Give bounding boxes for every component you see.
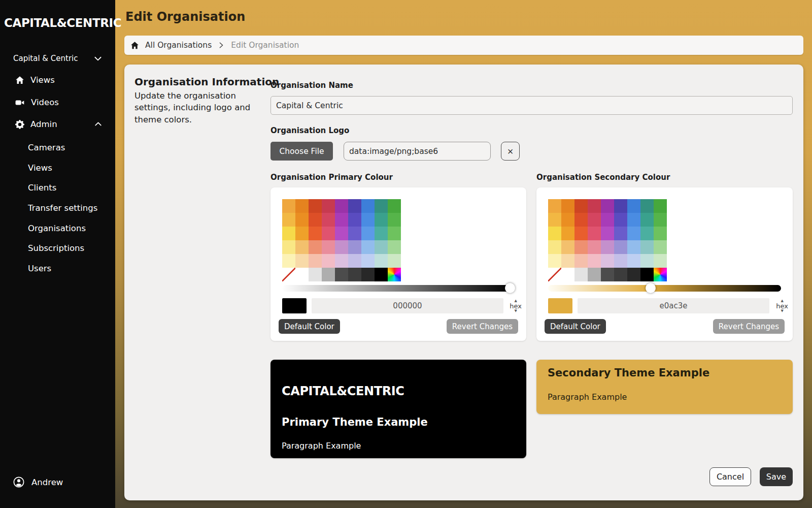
palette-swatch[interactable]	[627, 254, 640, 268]
palette-swatch[interactable]	[309, 213, 322, 227]
palette-swatch[interactable]	[322, 254, 335, 268]
palette-swatch[interactable]	[601, 199, 614, 213]
palette-swatch[interactable]	[335, 254, 348, 268]
palette-swatch[interactable]	[335, 227, 348, 240]
save-button[interactable]: Save	[760, 467, 793, 486]
secondary-hex-input[interactable]	[578, 298, 769, 313]
palette-swatch[interactable]	[335, 240, 348, 254]
palette-swatch[interactable]	[654, 240, 667, 254]
palette-swatch[interactable]	[640, 199, 654, 213]
palette-swatch[interactable]	[640, 254, 654, 268]
secondary-lightness-slider[interactable]	[548, 285, 781, 292]
palette-swatch[interactable]	[348, 254, 361, 268]
palette-swatch[interactable]	[614, 240, 627, 254]
palette-swatch[interactable]	[388, 199, 401, 213]
palette-swatch[interactable]	[309, 240, 322, 254]
sidebar-subitem-clients[interactable]: Clients	[28, 178, 109, 198]
palette-swatch[interactable]	[548, 213, 561, 227]
palette-swatch[interactable]	[574, 199, 588, 213]
palette-swatch[interactable]	[375, 227, 388, 240]
palette-swatch[interactable]	[348, 227, 361, 240]
palette-swatch[interactable]	[361, 213, 375, 227]
secondary-hex-unit-spinner[interactable]: ▲ hex ▼	[776, 298, 788, 313]
breadcrumb-all-organisations[interactable]: All Organisations	[145, 41, 212, 50]
sidebar-subitem-organisations[interactable]: Organisations	[28, 218, 109, 238]
palette-swatch[interactable]	[361, 268, 375, 281]
sidebar-item-views[interactable]: Views	[15, 75, 103, 85]
palette-swatch[interactable]	[601, 227, 614, 240]
palette-swatch[interactable]	[322, 213, 335, 227]
palette-swatch[interactable]	[561, 240, 574, 254]
palette-swatch[interactable]	[574, 254, 588, 268]
palette-swatch[interactable]	[348, 213, 361, 227]
palette-swatch[interactable]	[588, 240, 601, 254]
palette-swatch[interactable]	[375, 268, 388, 281]
palette-swatch[interactable]	[388, 254, 401, 268]
palette-swatch[interactable]	[574, 240, 588, 254]
palette-swatch[interactable]	[282, 254, 295, 268]
palette-swatch[interactable]	[282, 213, 295, 227]
palette-swatch[interactable]	[309, 254, 322, 268]
palette-swatch[interactable]	[588, 227, 601, 240]
palette-swatch[interactable]	[627, 227, 640, 240]
palette-swatch[interactable]	[654, 227, 667, 240]
palette-swatch[interactable]	[361, 199, 375, 213]
palette-swatch[interactable]	[548, 227, 561, 240]
palette-swatch[interactable]	[640, 240, 654, 254]
palette-swatch[interactable]	[388, 227, 401, 240]
palette-swatch[interactable]	[614, 213, 627, 227]
palette-swatch[interactable]	[348, 199, 361, 213]
transparent-swatch[interactable]	[282, 268, 295, 281]
palette-swatch[interactable]	[322, 268, 335, 281]
organisation-name-input[interactable]	[270, 96, 793, 115]
palette-swatch[interactable]	[295, 268, 309, 281]
palette-swatch[interactable]	[282, 199, 295, 213]
spinner-down-icon[interactable]: ▼	[781, 309, 783, 313]
palette-swatch[interactable]	[640, 227, 654, 240]
palette-swatch[interactable]	[614, 254, 627, 268]
organisation-selector[interactable]: Capital & Centric	[13, 54, 103, 63]
palette-swatch[interactable]	[561, 199, 574, 213]
palette-swatch[interactable]	[282, 240, 295, 254]
primary-hex-input[interactable]	[312, 298, 503, 313]
palette-swatch[interactable]	[548, 254, 561, 268]
palette-swatch[interactable]	[295, 199, 309, 213]
palette-swatch[interactable]	[640, 213, 654, 227]
sidebar-subitem-subscriptions[interactable]: Subscriptions	[28, 238, 109, 259]
palette-swatch[interactable]	[348, 268, 361, 281]
palette-swatch[interactable]	[322, 227, 335, 240]
logo-file-value-input[interactable]	[344, 142, 491, 161]
palette-swatch[interactable]	[601, 240, 614, 254]
palette-swatch[interactable]	[375, 213, 388, 227]
palette-swatch[interactable]	[574, 268, 588, 281]
palette-swatch[interactable]	[654, 254, 667, 268]
palette-swatch[interactable]	[375, 240, 388, 254]
primary-lightness-slider[interactable]	[282, 285, 515, 292]
palette-swatch[interactable]	[322, 240, 335, 254]
palette-swatch[interactable]	[375, 254, 388, 268]
user-menu[interactable]: Andrew	[13, 477, 63, 488]
palette-swatch[interactable]	[614, 268, 627, 281]
secondary-slider-knob[interactable]	[646, 283, 656, 293]
sidebar-subitem-users[interactable]: Users	[28, 259, 109, 279]
primary-slider-knob[interactable]	[505, 283, 515, 293]
palette-swatch[interactable]	[614, 227, 627, 240]
palette-swatch[interactable]	[295, 227, 309, 240]
palette-swatch[interactable]	[309, 227, 322, 240]
primary-revert-changes-button[interactable]: Revert Changes	[447, 319, 518, 334]
palette-swatch[interactable]	[588, 199, 601, 213]
secondary-default-color-button[interactable]: Default Color	[545, 319, 606, 334]
palette-swatch[interactable]	[627, 240, 640, 254]
palette-swatch[interactable]	[335, 268, 348, 281]
palette-swatch[interactable]	[361, 240, 375, 254]
palette-swatch[interactable]	[295, 254, 309, 268]
primary-default-color-button[interactable]: Default Color	[279, 319, 340, 334]
palette-swatch[interactable]	[295, 213, 309, 227]
palette-swatch[interactable]	[627, 199, 640, 213]
secondary-revert-changes-button[interactable]: Revert Changes	[713, 319, 785, 334]
palette-swatch[interactable]	[561, 268, 574, 281]
sidebar-subitem-cameras[interactable]: Cameras	[28, 138, 109, 158]
palette-swatch[interactable]	[588, 268, 601, 281]
palette-swatch[interactable]	[614, 199, 627, 213]
palette-swatch[interactable]	[627, 268, 640, 281]
